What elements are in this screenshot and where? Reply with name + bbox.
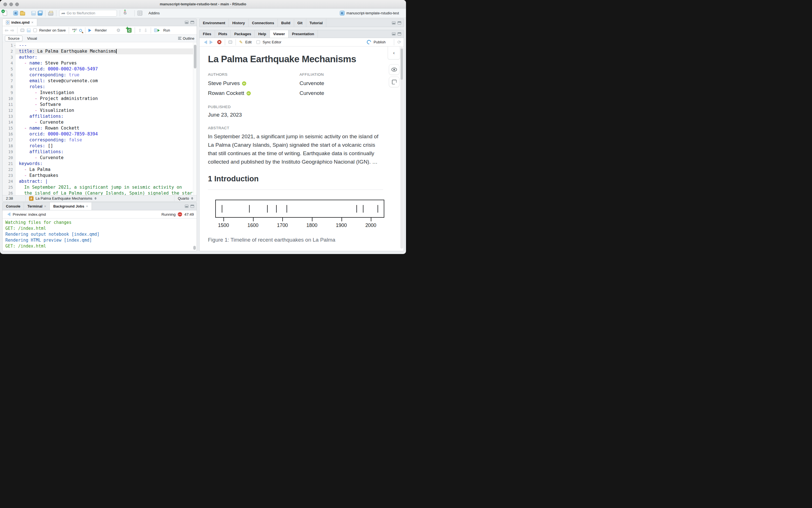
close-tab-icon[interactable]: × (31, 20, 34, 25)
run-button[interactable]: Run (163, 28, 170, 32)
tab-environment[interactable]: Environment (200, 19, 229, 27)
gear-icon[interactable]: ⚙ (116, 28, 120, 33)
orcid-icon[interactable]: iD (242, 81, 246, 86)
viewer-forward-icon[interactable] (210, 40, 215, 44)
tab-help[interactable]: Help (255, 30, 270, 38)
minimize-pane-icon[interactable] (185, 21, 189, 24)
open-in-browser-icon[interactable] (229, 41, 232, 44)
popout-editor-icon[interactable] (21, 29, 24, 32)
tab-git[interactable]: Git (294, 19, 306, 27)
code-text: the island of La Palma (Canary Islands, … (15, 190, 197, 195)
tab-connections[interactable]: Connections (248, 19, 278, 27)
event-tick (222, 205, 222, 213)
close-window-button[interactable] (3, 3, 7, 6)
tab-tutorial[interactable]: Tutorial (306, 19, 327, 27)
sync-editor-checkbox[interactable] (256, 40, 260, 44)
job-output[interactable]: Watching files for changesGET: /index.ht… (3, 218, 197, 251)
toolbar-divider (134, 10, 135, 16)
minimize-pane-icon[interactable] (185, 205, 189, 208)
code-line: 20 - Curvenote (3, 155, 197, 161)
orcid-icon[interactable]: iD (247, 91, 251, 95)
spellcheck-icon[interactable]: ABC✓ (72, 29, 77, 32)
edit-button[interactable]: Edit (245, 40, 252, 44)
addins-button[interactable]: Addins (149, 11, 160, 15)
save-all-icon[interactable] (38, 11, 42, 15)
close-tab-icon[interactable]: × (44, 204, 46, 208)
project-menu-button[interactable]: R manuscript-template-rstudio-test (340, 11, 403, 15)
code-editor[interactable]: 1▾---2title: La Palma Earthquake Mechani… (3, 43, 197, 195)
tab-background-jobs[interactable]: Background Jobs× (50, 203, 91, 210)
editor-scrollbar-thumb[interactable] (194, 45, 196, 69)
file-type-selector[interactable]: Quarto (174, 196, 197, 201)
tab-viewer[interactable]: Viewer (270, 30, 289, 38)
tab-terminal[interactable]: Terminal× (24, 203, 50, 210)
tab-plots[interactable]: Plots (215, 30, 231, 38)
run-next-icon[interactable]: ⇩ (144, 28, 148, 33)
clear-viewer-icon[interactable]: ✕ (217, 40, 221, 44)
minimize-window-button[interactable] (9, 3, 13, 6)
forward-icon[interactable]: ⇨ (11, 28, 14, 33)
refresh-viewer-icon[interactable]: ⟳ (398, 39, 401, 45)
render-on-save-checkbox[interactable] (33, 29, 37, 32)
outline-toggle[interactable]: Outline (178, 36, 194, 41)
console-scrollbar-thumb[interactable] (193, 246, 196, 250)
viewer-scrollbar[interactable] (400, 47, 403, 249)
insert-chunk-icon[interactable]: C✚ (127, 28, 131, 33)
new-project-icon[interactable]: R (13, 11, 18, 15)
run-previous-icon[interactable]: ⇧ (138, 28, 142, 33)
code-text: - Curvenote (15, 155, 197, 161)
code-text: corresponding: false (15, 137, 197, 143)
find-replace-icon[interactable] (79, 29, 82, 32)
tab-index-qmd[interactable]: index.qmd × (3, 19, 37, 26)
save-file-icon[interactable] (27, 29, 31, 32)
panes-layout-icon[interactable] (137, 11, 142, 15)
viewer-scrollbar-thumb[interactable] (401, 49, 403, 80)
section-navigator[interactable]: # La Palma Earthquake Mechanisms (26, 196, 100, 201)
annotation-button[interactable] (389, 77, 400, 87)
collapse-panel-button[interactable]: ‹ (388, 46, 400, 59)
code-text: author: (15, 54, 197, 60)
code-line: 3author: (3, 54, 197, 60)
code-text: email: steve@curvenote.com (15, 78, 197, 84)
maximize-pane-icon[interactable] (191, 21, 194, 24)
stop-job-icon[interactable]: STOP (178, 212, 182, 217)
source-mode-button[interactable]: Source (5, 36, 23, 41)
close-tab-icon[interactable]: × (86, 204, 88, 208)
axis-tick-label: 2000 (365, 222, 376, 228)
jobs-back-icon[interactable] (5, 212, 10, 216)
print-icon[interactable] (48, 12, 53, 15)
maximize-pane-icon[interactable] (191, 205, 194, 208)
visibility-button[interactable] (389, 64, 400, 75)
tab-packages[interactable]: Packages (231, 30, 255, 38)
render-button[interactable]: Render (95, 28, 107, 32)
maximize-pane-icon[interactable] (398, 32, 401, 36)
minimize-pane-icon[interactable] (392, 32, 396, 36)
viewer-back-icon[interactable] (202, 40, 207, 44)
save-icon[interactable] (31, 11, 36, 15)
code-text: - Software (15, 102, 197, 108)
editor-tabstrip: index.qmd × (3, 19, 197, 26)
code-token (19, 90, 35, 95)
maximize-pane-icon[interactable] (398, 22, 401, 25)
author-row: Steve Purves iD (208, 80, 299, 86)
code-token: keywords: (19, 161, 43, 166)
code-line: 1▾--- (3, 43, 197, 48)
zoom-window-button[interactable] (15, 3, 19, 6)
tab-build[interactable]: Build (278, 19, 294, 27)
tab-files[interactable]: Files (200, 30, 215, 38)
visual-mode-button[interactable]: Visual (24, 36, 40, 41)
fold-arrow-icon[interactable]: ▾ (14, 43, 15, 48)
code-token: orcid: (29, 131, 45, 136)
tab-history[interactable]: History (229, 19, 248, 27)
back-icon[interactable]: ⇦ (5, 28, 8, 33)
new-file-icon[interactable]: + (3, 11, 7, 16)
version-control-icon[interactable]: G+− (123, 11, 127, 15)
editor-scrollbar[interactable] (193, 43, 197, 195)
open-file-icon[interactable] (20, 12, 25, 15)
goto-file-function-box[interactable]: ➦ Go to file/function (59, 10, 117, 16)
minimize-pane-icon[interactable] (392, 22, 396, 25)
tab-presentation[interactable]: Presentation (288, 30, 318, 38)
code-token: [] (45, 143, 53, 149)
tab-console[interactable]: Console (3, 203, 24, 210)
publish-button[interactable]: Publish (374, 40, 386, 44)
